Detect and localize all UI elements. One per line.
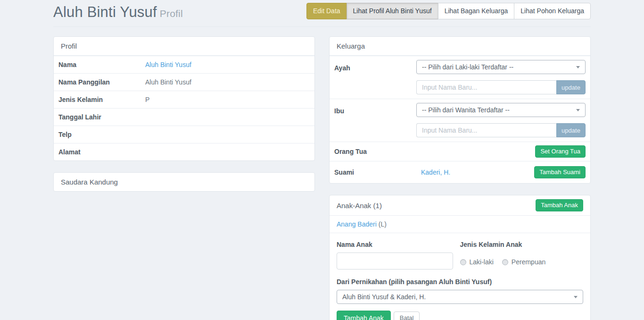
ibu-select-value: -- Pilih dari Wanita Terdaftar -- <box>422 106 510 114</box>
ibu-input-group: update <box>416 123 586 137</box>
jenis-kelamin-label: Jenis Kelamin Anak <box>460 241 584 248</box>
table-row: Nama Aluh Binti Yusuf <box>54 56 314 73</box>
set-orang-tua-button[interactable]: Set Orang Tua <box>535 145 586 158</box>
tab-edit-data[interactable]: Edit Data <box>306 3 347 19</box>
row-value <box>140 143 314 160</box>
row-label: Orang Tua <box>330 144 416 159</box>
page-subtitle: Profil <box>160 8 183 19</box>
row-value: Aluh Binti Yusuf <box>140 74 314 91</box>
content-row: Profil Nama Aluh Binti Yusuf Nama Panggi… <box>53 36 591 320</box>
table-row: Alamat <box>54 143 314 160</box>
saudara-kandung-panel: Saudara Kandung <box>53 172 315 192</box>
saudara-kandung-panel-title: Saudara Kandung <box>54 173 314 191</box>
radio-laki-laki[interactable] <box>460 259 466 265</box>
table-row: Jenis Kelamin P <box>54 91 314 108</box>
ayah-controls: -- Pilih dari Laki-laki Terdaftar -- upd… <box>416 56 590 99</box>
pernikahan-select[interactable]: Aluh Binti Yusuf & Kaderi, H. <box>337 290 583 304</box>
row-label: Suami <box>330 164 416 181</box>
ayah-new-name-input[interactable] <box>416 80 556 94</box>
anak-panel-heading: Anak-Anak (1) Tambah Anak <box>330 195 590 216</box>
tambah-suami-button[interactable]: Tambah Suami <box>534 166 586 178</box>
profil-panel: Profil Nama Aluh Binti Yusuf Nama Panggi… <box>53 36 315 161</box>
ayah-select-value: -- Pilih dari Laki-laki Terdaftar -- <box>422 63 513 71</box>
row-label: Jenis Kelamin <box>54 91 140 108</box>
row-value: P <box>140 91 314 108</box>
right-column: Keluarga Ayah -- Pilih dari Laki-laki Te… <box>329 36 591 320</box>
pernikahan-label: Dari Pernikahan (pilih pasangan Aluh Bin… <box>337 278 583 286</box>
left-column: Profil Nama Aluh Binti Yusuf Nama Panggi… <box>53 36 315 320</box>
keluarga-panel: Keluarga Ayah -- Pilih dari Laki-laki Te… <box>329 36 591 184</box>
row-label: Ayah <box>330 56 416 99</box>
ibu-controls: -- Pilih dari Wanita Terdaftar -- update <box>416 99 590 142</box>
row-value <box>140 126 314 143</box>
radio-laki-laki-label: Laki-laki <box>470 258 494 266</box>
jenis-kelamin-field: Jenis Kelamin Anak Laki-laki Perempuan <box>460 241 584 269</box>
child-link[interactable]: Anang Baderi <box>337 220 377 228</box>
tambah-anak-submit-button[interactable]: Tambah Anak <box>337 311 391 320</box>
row-value <box>140 109 314 126</box>
chevron-down-icon <box>576 66 580 68</box>
anak-form-actions: Tambah Anak Batal <box>337 311 583 320</box>
tambah-anak-header-button[interactable]: Tambah Anak <box>536 199 583 211</box>
row-value: Aluh Binti Yusuf <box>140 56 314 73</box>
person-name: Aluh Binti Yusuf <box>53 4 157 20</box>
nama-link[interactable]: Aluh Binti Yusuf <box>145 61 191 68</box>
anak-form-top: Nama Anak Jenis Kelamin Anak Laki-laki P… <box>337 241 583 269</box>
ayah-input-group: update <box>416 80 586 94</box>
chevron-down-icon <box>574 296 578 298</box>
suami-link[interactable]: Kaderi, H. <box>421 168 450 176</box>
suami-action: Tambah Suami <box>529 161 590 183</box>
ibu-new-name-input[interactable] <box>416 123 556 137</box>
table-row: Nama Panggilan Aluh Binti Yusuf <box>54 73 314 91</box>
row-label: Nama <box>54 56 140 73</box>
orang-tua-row: Orang Tua Set Orang Tua <box>330 142 590 161</box>
tab-lihat-bagan-keluarga[interactable]: Lihat Bagan Keluarga <box>438 3 515 19</box>
row-label: Tanggal Lahir <box>54 109 140 126</box>
row-label: Telp <box>54 126 140 143</box>
anak-panel-title: Anak-Anak (1) <box>337 202 382 210</box>
row-value: Kaderi, H. <box>416 164 529 181</box>
tab-lihat-profil[interactable]: Lihat Profil Aluh Binti Yusuf <box>347 3 438 19</box>
radio-perempuan-label: Perempuan <box>512 258 545 266</box>
ayah-update-button[interactable]: update <box>556 80 586 94</box>
table-row: Telp <box>54 126 314 143</box>
nama-anak-label: Nama Anak <box>337 241 460 248</box>
page-title: Aluh Binti YusufProfil <box>53 4 183 21</box>
gender-radios: Laki-laki Perempuan <box>460 258 584 266</box>
pernikahan-select-value: Aluh Binti Yusuf & Kaderi, H. <box>342 293 426 301</box>
ayah-select[interactable]: -- Pilih dari Laki-laki Terdaftar -- <box>416 60 586 74</box>
ibu-update-button[interactable]: update <box>556 123 586 137</box>
page-header: Aluh Binti YusufProfil Edit Data Lihat P… <box>53 0 591 27</box>
tab-lihat-pohon-keluarga[interactable]: Lihat Pohon Keluarga <box>514 3 591 19</box>
row-label: Nama Panggilan <box>54 74 140 91</box>
batal-button[interactable]: Batal <box>394 312 420 320</box>
nama-anak-input[interactable] <box>337 253 453 269</box>
ibu-row: Ibu -- Pilih dari Wanita Terdaftar -- up… <box>330 99 590 142</box>
suami-row: Suami Kaderi, H. Tambah Suami <box>330 161 590 183</box>
table-row: Tanggal Lahir <box>54 108 314 126</box>
view-tabs: Edit Data Lihat Profil Aluh Binti Yusuf … <box>306 3 591 19</box>
chevron-down-icon <box>576 109 580 111</box>
radio-perempuan[interactable] <box>502 259 508 265</box>
profil-panel-title: Profil <box>54 37 314 56</box>
main-container: Aluh Binti YusufProfil Edit Data Lihat P… <box>53 0 591 320</box>
child-gender: (L) <box>379 220 387 228</box>
anak-panel: Anak-Anak (1) Tambah Anak Anang Baderi (… <box>329 195 591 320</box>
anak-form: Nama Anak Jenis Kelamin Anak Laki-laki P… <box>330 233 590 320</box>
keluarga-panel-title: Keluarga <box>330 37 590 56</box>
ibu-select[interactable]: -- Pilih dari Wanita Terdaftar -- <box>416 103 586 117</box>
row-label: Ibu <box>330 99 416 142</box>
child-list-item: Anang Baderi (L) <box>330 216 590 233</box>
orang-tua-action: Set Orang Tua <box>530 142 590 161</box>
row-label: Alamat <box>54 143 140 160</box>
nama-anak-field: Nama Anak <box>337 241 460 269</box>
ayah-row: Ayah -- Pilih dari Laki-laki Terdaftar -… <box>330 56 590 99</box>
